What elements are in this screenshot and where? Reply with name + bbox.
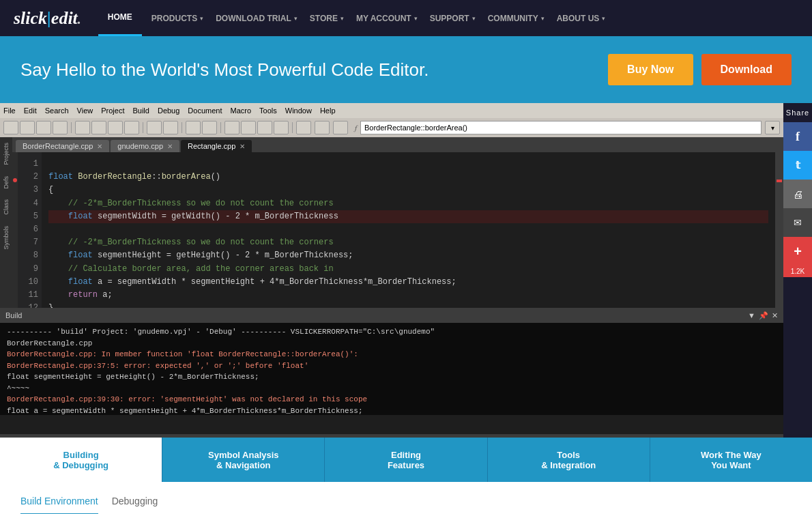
- sidebar-tab-symbols[interactable]: Symbols: [1, 220, 12, 255]
- toolbar-btn-7[interactable]: [108, 121, 123, 134]
- editor-section: Share f 𝕥 🖨 ✉ + 1.2K File Edit Search Vi…: [0, 103, 812, 438]
- build-output-line-4: BorderRectangle.cpp:37:5: error: expecte…: [7, 360, 777, 372]
- editor-left-sidebar: Projects Defs Class Symbols: [0, 137, 12, 308]
- toolbar-btn-15[interactable]: [257, 121, 272, 134]
- file-tab-rectangle[interactable]: Rectangle.cpp ✕: [181, 140, 252, 152]
- build-panel-close[interactable]: ✕: [772, 311, 778, 320]
- menu-tools[interactable]: Tools: [259, 106, 277, 115]
- toolbar-btn-6[interactable]: [91, 121, 106, 134]
- toolbar-btn-12[interactable]: [202, 121, 217, 134]
- menu-file[interactable]: File: [3, 106, 16, 115]
- feature-tab-symbol[interactable]: Symbol Analysis & Navigation: [162, 438, 325, 482]
- build-panel-header: Build ▼ 📌 ✕: [0, 308, 783, 323]
- content-area: Build Environment Debugging Build or com…: [0, 482, 812, 514]
- file-tab-gnudemo[interactable]: gnudemo.cpp ✕: [111, 140, 179, 152]
- toolbar-btn-13[interactable]: [224, 121, 240, 134]
- menu-edit[interactable]: Edit: [24, 106, 37, 115]
- error-strip: [12, 152, 18, 308]
- nav-item-community[interactable]: COMMUNITY: [478, 0, 548, 36]
- editor-window: File Edit Search View Project Build Debu…: [0, 103, 783, 438]
- toolbar-btn-10[interactable]: [163, 121, 178, 134]
- function-bar: 𝑓 ▾: [351, 121, 780, 134]
- build-panel: Build ▼ 📌 ✕ ---------- 'build' Project: …: [0, 308, 783, 434]
- toolbar-btn-19[interactable]: [333, 121, 348, 134]
- share-facebook-button[interactable]: f: [783, 122, 812, 151]
- menu-help[interactable]: Help: [320, 106, 336, 115]
- file-tab-borderrectangle[interactable]: BorderRectangle.cpp ✕: [16, 140, 109, 152]
- share-email-button[interactable]: ✉: [783, 208, 812, 237]
- content-tab-build-env[interactable]: Build Environment: [20, 496, 98, 514]
- build-output: ---------- 'build' Project: 'gnudemo.vpj…: [0, 323, 783, 415]
- hero-title: Say Hello to the World's Most Powerful C…: [20, 59, 429, 81]
- toolbar-btn-14[interactable]: [241, 121, 256, 134]
- nav-item-download-trial[interactable]: DOWNLOAD TRIAL: [206, 0, 301, 36]
- menu-search[interactable]: Search: [45, 106, 69, 115]
- nav-item-about-us[interactable]: ABOUT US: [547, 0, 609, 36]
- sidebar-tab-projects[interactable]: Projects: [1, 137, 12, 171]
- logo-text: slick|edit.: [14, 8, 81, 28]
- menu-window[interactable]: Window: [285, 106, 312, 115]
- file-tabs-row: BorderRectangle.cpp ✕ gnudemo.cpp ✕ Rect…: [12, 137, 783, 152]
- menu-macro[interactable]: Macro: [231, 106, 252, 115]
- share-twitter-button[interactable]: 𝕥: [783, 151, 812, 180]
- nav-item-products[interactable]: PRODUCTS: [142, 0, 207, 36]
- toolbar-sep-3: [182, 122, 182, 133]
- toolbar-btn-5[interactable]: [75, 121, 90, 134]
- nav-item-support[interactable]: SUPPORT: [420, 0, 479, 36]
- menu-project[interactable]: Project: [101, 106, 124, 115]
- build-output-line-3: BorderRectangle.cpp: In member function …: [7, 349, 777, 360]
- sidebar-tab-defs[interactable]: Defs: [1, 171, 12, 195]
- build-panel-title: Build: [5, 311, 22, 319]
- sidebar-tab-class[interactable]: Class: [1, 194, 12, 220]
- download-button[interactable]: Download: [701, 54, 792, 85]
- logo[interactable]: slick|edit.: [14, 8, 81, 29]
- build-tabs-row: Search Results Preview References Build …: [0, 434, 783, 438]
- toolbar-btn-8[interactable]: [124, 121, 139, 134]
- file-tab-close-2[interactable]: ✕: [167, 143, 173, 150]
- toolbar-sep-5: [292, 122, 293, 133]
- editor-menubar: File Edit Search View Project Build Debu…: [0, 103, 783, 118]
- toolbar-btn-3[interactable]: [36, 121, 51, 134]
- nav-item-my-account[interactable]: MY ACCOUNT: [347, 0, 421, 36]
- menu-build[interactable]: Build: [132, 106, 149, 115]
- build-output-line-7: BorderRectangle.cpp:39:30: error: 'segme…: [7, 394, 777, 405]
- build-panel-pin[interactable]: 📌: [759, 311, 768, 320]
- toolbar-btn-18[interactable]: [315, 121, 330, 134]
- toolbar-btn-17[interactable]: [296, 121, 311, 134]
- feature-tab-tools[interactable]: Tools & Integration: [488, 438, 650, 482]
- feature-tabs: Building & Debugging Symbol Analysis & N…: [0, 438, 812, 482]
- function-expand[interactable]: ▾: [765, 121, 780, 134]
- hero-buttons: Buy Now Download: [608, 54, 792, 85]
- feature-tab-building[interactable]: Building & Debugging: [0, 438, 162, 482]
- hero-section: Say Hello to the World's Most Powerful C…: [0, 36, 812, 103]
- toolbar-sep-1: [71, 122, 72, 133]
- feature-tab-work[interactable]: Work The Way You Want: [650, 438, 812, 482]
- build-panel-menu[interactable]: ▼: [748, 311, 755, 320]
- feature-tab-editing[interactable]: Editing Features: [325, 438, 487, 482]
- nav-item-home[interactable]: HOME: [98, 0, 142, 36]
- share-print-button[interactable]: 🖨: [783, 180, 812, 208]
- scroll-indicator: [775, 152, 783, 308]
- toolbar-sep-4: [220, 122, 221, 133]
- toolbar-btn-16[interactable]: [274, 121, 289, 134]
- function-icon: 𝑓: [355, 124, 357, 132]
- toolbar-btn-9[interactable]: [147, 121, 162, 134]
- share-plus-button[interactable]: +: [783, 237, 812, 266]
- toolbar-btn-11[interactable]: [186, 121, 201, 134]
- code-content[interactable]: float BorderRectangle::borderArea() { //…: [42, 152, 775, 308]
- content-tab-debugging[interactable]: Debugging: [112, 496, 158, 514]
- editor-body: Projects Defs Class Symbols BorderRectan…: [0, 137, 783, 308]
- toolbar-btn-1[interactable]: [3, 121, 18, 134]
- file-tab-close-1[interactable]: ✕: [97, 143, 102, 150]
- build-output-line-5: float segmentHeight = getHeight() - 2*m_…: [7, 371, 777, 383]
- buy-now-button[interactable]: Buy Now: [608, 54, 693, 85]
- toolbar-btn-4[interactable]: [53, 121, 68, 134]
- function-input[interactable]: [360, 121, 762, 134]
- file-tab-close-3[interactable]: ✕: [240, 143, 245, 150]
- menu-document[interactable]: Document: [188, 106, 222, 115]
- build-output-line-1: ---------- 'build' Project: 'gnudemo.vpj…: [7, 326, 777, 338]
- menu-view[interactable]: View: [77, 106, 93, 115]
- menu-debug[interactable]: Debug: [158, 106, 179, 115]
- toolbar-btn-2[interactable]: [20, 121, 35, 134]
- share-count: 1.2K: [783, 266, 812, 277]
